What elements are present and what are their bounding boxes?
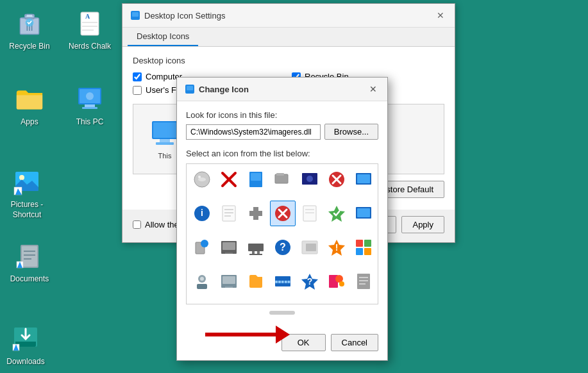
dis-tab-bar: Desktop Icons xyxy=(122,28,455,47)
ci-look-for-label: Look for icons in this file: xyxy=(186,110,378,120)
pictures-shortcut-label: Pictures -Shortcut xyxy=(11,200,44,220)
pictures-shortcut-icon xyxy=(12,167,42,197)
dis-close-button[interactable]: ✕ xyxy=(434,9,447,22)
this-pc-icon xyxy=(74,84,105,115)
icon-cell-9[interactable] xyxy=(216,201,242,226)
recycle-bin-desktop-icon[interactable]: Recycle Bin xyxy=(4,6,55,54)
svg-text:■■■■■: ■■■■■ xyxy=(275,279,290,285)
ci-cancel-button[interactable]: Cancel xyxy=(331,334,378,351)
apps-label: Apps xyxy=(21,117,38,128)
icon-cell-28[interactable] xyxy=(351,269,376,294)
svg-text:?: ? xyxy=(280,242,286,253)
ci-select-label: Select an icon from the list below: xyxy=(186,149,378,158)
svg-rect-28 xyxy=(160,139,170,142)
svg-rect-80 xyxy=(364,240,371,247)
svg-rect-11 xyxy=(82,107,97,109)
users-files-checkbox[interactable] xyxy=(133,86,142,95)
svg-rect-82 xyxy=(364,248,371,255)
svg-rect-60 xyxy=(303,206,316,221)
svg-rect-72 xyxy=(257,251,260,254)
svg-point-14 xyxy=(19,175,24,180)
ci-file-row: Browse... xyxy=(186,124,378,140)
icon-cell-11[interactable] xyxy=(270,201,296,226)
svg-rect-51 xyxy=(223,206,235,221)
icon-cell-12[interactable] xyxy=(297,201,323,226)
ci-close-button[interactable]: ✕ xyxy=(367,83,380,95)
icon-cell-4[interactable] xyxy=(270,167,296,192)
svg-rect-87 xyxy=(223,276,235,284)
recycle-bin-label: Recycle Bin xyxy=(9,42,49,52)
dis-apply-button[interactable]: Apply xyxy=(401,216,444,233)
icon-cell-16[interactable] xyxy=(216,235,242,260)
svg-text:!: ! xyxy=(335,242,339,253)
svg-point-66 xyxy=(201,240,208,247)
svg-rect-33 xyxy=(187,86,193,90)
dis-title-text: Desktop Icon Settings xyxy=(144,11,225,21)
svg-rect-68 xyxy=(223,242,235,250)
downloads-icon xyxy=(10,324,41,354)
recycle-bin-icon xyxy=(14,8,45,39)
svg-text:A: A xyxy=(85,13,90,20)
icon-cell-5[interactable] xyxy=(297,167,323,192)
icon-cell-22[interactable] xyxy=(189,269,215,294)
svg-text:i: i xyxy=(201,208,203,218)
svg-rect-81 xyxy=(356,248,363,255)
apps-folder-icon xyxy=(14,84,45,115)
svg-point-43 xyxy=(307,176,313,182)
this-pc-desktop-icon[interactable]: This PC xyxy=(64,81,115,130)
svg-rect-71 xyxy=(252,251,255,254)
svg-point-85 xyxy=(200,277,204,281)
ci-browse-button[interactable]: Browse... xyxy=(324,124,378,140)
ci-title-text: Change Icon xyxy=(199,85,249,94)
ci-file-path-input[interactable] xyxy=(186,124,321,140)
svg-rect-17 xyxy=(22,246,37,267)
icon-cell-19[interactable] xyxy=(297,235,323,260)
svg-rect-69 xyxy=(225,253,233,254)
icon-cell-20[interactable]: ! xyxy=(324,235,349,260)
svg-rect-70 xyxy=(248,244,264,251)
icon-cell-26[interactable]: ? xyxy=(297,269,323,294)
ci-body: Look for icons in this file: Browse... S… xyxy=(177,101,387,329)
icon-cell-13[interactable] xyxy=(324,201,349,226)
icon-cell-18[interactable]: ? xyxy=(270,235,296,260)
icon-cell-3[interactable] xyxy=(243,167,269,192)
documents-desktop-icon[interactable]: Documents xyxy=(4,238,55,287)
nerds-chalk-icon: A xyxy=(74,8,105,39)
red-arrow xyxy=(205,326,290,344)
icon-cell-24[interactable] xyxy=(243,269,269,294)
svg-rect-95 xyxy=(357,274,370,289)
ci-scrollbar[interactable] xyxy=(186,311,378,315)
ci-icon-grid[interactable]: i xyxy=(186,163,378,304)
dis-titlebar: Desktop Icon Settings ✕ xyxy=(122,4,455,28)
icon-cell-6[interactable] xyxy=(324,167,349,192)
svg-rect-79 xyxy=(356,240,363,247)
icon-cell-14[interactable] xyxy=(351,201,376,226)
svg-rect-64 xyxy=(357,208,370,217)
svg-rect-29 xyxy=(156,142,174,145)
downloads-label: Downloads xyxy=(6,357,44,367)
icon-cell-27[interactable] xyxy=(324,269,349,294)
icon-cell-17[interactable] xyxy=(243,235,269,260)
icon-cell-8[interactable]: i xyxy=(189,201,215,226)
computer-checkbox[interactable] xyxy=(133,72,142,81)
svg-rect-40 xyxy=(275,174,288,183)
nerds-chalk-desktop-icon[interactable]: A Nerds Chalk xyxy=(64,6,115,54)
svg-rect-73 xyxy=(249,254,262,255)
svg-point-94 xyxy=(339,281,344,286)
this-pc-label: This PC xyxy=(76,117,104,128)
icon-cell-1[interactable] xyxy=(189,167,215,192)
icon-cell-15[interactable] xyxy=(189,235,215,260)
svg-point-12 xyxy=(86,92,94,100)
svg-rect-48 xyxy=(357,174,370,183)
allow-themes-checkbox[interactable] xyxy=(133,220,141,229)
downloads-desktop-icon[interactable]: Downloads xyxy=(0,321,51,370)
pictures-shortcut-desktop-icon[interactable]: Pictures -Shortcut xyxy=(1,164,53,222)
icon-cell-23[interactable] xyxy=(216,269,242,294)
tab-desktop-icons[interactable]: Desktop Icons xyxy=(128,28,198,46)
icon-cell-21[interactable] xyxy=(351,235,376,260)
icon-cell-10[interactable] xyxy=(243,201,269,226)
icon-cell-7[interactable] xyxy=(351,167,376,192)
icon-cell-2[interactable] xyxy=(216,167,242,192)
icon-cell-25[interactable]: ■■■■■ xyxy=(270,269,296,294)
apps-desktop-icon[interactable]: Apps xyxy=(4,81,55,130)
